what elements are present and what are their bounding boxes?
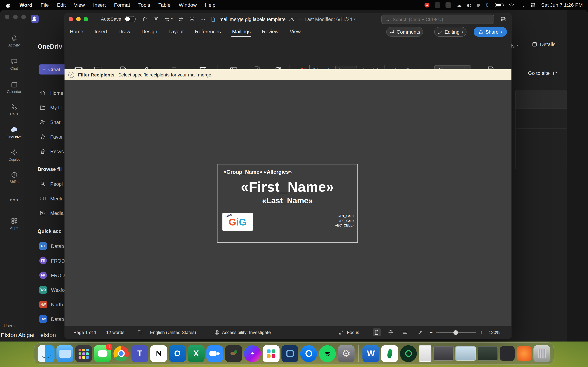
launchpad-icon[interactable] [75,345,92,362]
battery-icon[interactable] [495,3,503,7]
rail-item-calendar[interactable]: Calendar [0,81,28,94]
window-preview-3[interactable] [477,346,498,361]
notion-icon[interactable]: N [150,345,167,362]
documents-tab-fragment[interactable]: ts ▾ [511,43,519,49]
tab-review[interactable]: Review [262,29,278,34]
page-count-label[interactable]: Page 1 of 1 [73,330,96,335]
document-title[interactable]: mail merge gig labels template [219,16,286,22]
rail-item-onedrive[interactable]: OneDrive [0,126,28,139]
spotify-icon[interactable] [319,345,336,362]
print-layout-view-button[interactable] [373,328,381,336]
rail-item-copilot[interactable]: Copilot [0,149,28,161]
green-app-icon[interactable] [400,345,417,362]
slack-icon[interactable] [263,345,280,362]
browse-item-meetings[interactable]: Meeti [39,194,62,203]
save-button[interactable] [153,16,159,22]
weather-icon[interactable]: ☁ [457,2,462,8]
menu-table[interactable]: Table [154,2,175,8]
menu-window[interactable]: Window [174,2,201,8]
nav-item-recycle[interactable]: Recyc [39,147,64,156]
word-icon[interactable]: W [362,345,379,362]
orange-app-icon[interactable] [517,346,531,361]
last-modified-label[interactable]: — Last Modified: 6/11/24 [298,16,352,22]
excel-icon[interactable]: X [188,345,205,362]
status-dot-icon[interactable]: ● [476,3,480,8]
quick-item-6[interactable]: DWDatab [39,315,64,324]
trash-icon[interactable] [534,345,550,362]
nav-item-favorites[interactable]: Favor [39,132,63,141]
focus-moon-icon[interactable]: ☾ [485,2,490,8]
menu-tools[interactable]: Tools [134,2,154,8]
menu-view[interactable]: View [70,2,89,8]
word-count-label[interactable]: 12 words [106,330,124,335]
quick-item-2[interactable]: FRFROD [39,256,65,265]
window-preview-document[interactable] [419,345,432,362]
tab-home[interactable]: Home [70,29,83,34]
sidebar-toggle-icon[interactable] [500,16,506,22]
web-layout-view-button[interactable] [388,329,393,335]
details-button[interactable]: Details [532,42,555,47]
downloads-folder-icon[interactable] [56,345,73,362]
menu-file[interactable]: File [36,2,53,8]
tab-design[interactable]: Design [141,29,157,34]
tab-draw[interactable]: Draw [118,29,130,34]
menubar-app-icon[interactable] [435,2,440,8]
zoom-percent-label[interactable]: 120% [489,330,500,335]
rail-item-more[interactable]: ••• [0,197,28,203]
spotlight-search-icon[interactable] [520,2,525,8]
share-button[interactable]: Share ▾ [474,27,507,37]
quick-item-1[interactable]: DTDatab [39,242,64,250]
messages-icon[interactable]: 1 [94,345,111,362]
menu-format[interactable]: Format [110,2,134,8]
outline-view-button[interactable] [402,329,408,335]
messenger-icon[interactable] [244,345,261,362]
zoom-in-button[interactable]: + [480,329,483,335]
undo-button[interactable]: ▾ [164,16,173,22]
tab-layout[interactable]: Layout [168,29,183,34]
wifi-icon[interactable] [508,2,514,8]
control-center-icon[interactable] [530,2,536,8]
browse-item-media[interactable]: Media [39,209,63,217]
proofing-status-icon[interactable] [137,329,143,335]
window-preview-2[interactable] [456,346,476,361]
small-dark-app-icon[interactable] [500,346,515,361]
focus-mode-button[interactable]: Focus [347,330,359,335]
tab-references[interactable]: References [195,29,221,34]
more-options-button[interactable]: ⋯ [200,16,205,22]
quick-item-3[interactable]: FRFROD [39,271,65,280]
dismiss-notification-button[interactable]: × [68,72,74,78]
zoom-out-button[interactable]: − [429,329,433,335]
rail-item-activity[interactable]: Activity [0,34,28,47]
finder-icon[interactable] [38,345,55,362]
nav-item-home[interactable]: Home [39,88,63,97]
redo-button[interactable] [178,16,184,22]
window-preview-1[interactable] [433,346,453,361]
menubar-app-icon[interactable] [446,2,451,8]
language-label[interactable]: English (United States) [150,330,196,335]
mail-merge-label-cell[interactable]: «Group_Name» «Allergies» «First_Name» «L… [217,164,358,243]
tab-view[interactable]: View [290,29,301,34]
close-button[interactable] [69,17,73,21]
go-to-site-link[interactable]: Go to site [528,70,558,76]
zoom-slider-thumb[interactable] [453,330,458,335]
autosave-toggle[interactable] [125,16,136,22]
chevron-down-icon[interactable]: ▾ [354,17,355,21]
browse-item-people[interactable]: Peopl [39,179,63,188]
rail-item-apps[interactable]: Apps [0,217,28,230]
rail-item-chat[interactable]: Chat [0,58,28,70]
password-app-icon[interactable] [300,345,317,362]
zoom-button[interactable] [84,17,88,21]
teams-icon[interactable]: T [131,345,148,362]
screen-recording-icon[interactable] [425,3,430,8]
accessibility-status-label[interactable]: Accessibility: Investigate [222,330,271,335]
duck-app-icon[interactable] [225,345,242,362]
nav-item-my-files[interactable]: My fil [39,103,62,112]
tab-insert[interactable]: Insert [95,29,107,34]
tab-mailings[interactable]: Mailings [232,29,251,34]
chrome-icon[interactable] [113,345,130,362]
rail-item-calls[interactable]: Calls [0,103,28,116]
apple-menu[interactable] [0,2,15,8]
menu-edit[interactable]: Edit [53,2,70,8]
settings-icon[interactable]: ⚙ [338,345,355,362]
menu-help[interactable]: Help [201,2,219,8]
